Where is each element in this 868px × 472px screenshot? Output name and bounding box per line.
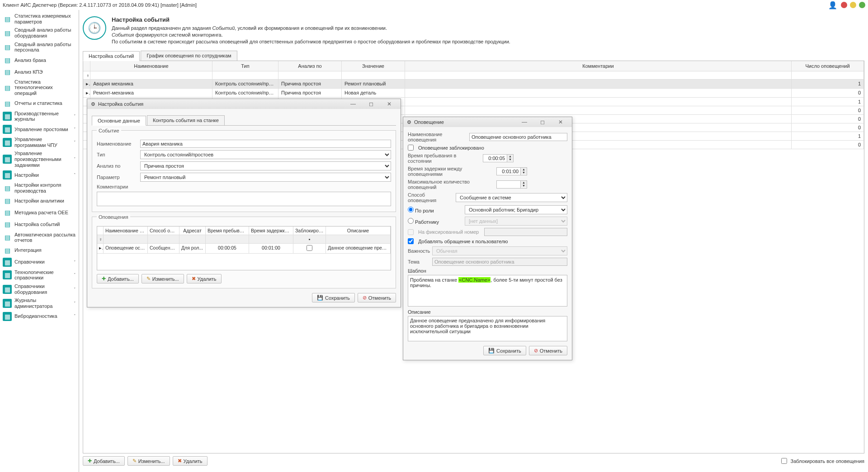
tab-schedule[interactable]: График оповещения по сотрудникам: [141, 51, 237, 61]
sidebar-item-22[interactable]: ▦Вибродиагностика˅: [0, 311, 79, 322]
add-button[interactable]: ✚Добавить...: [83, 456, 125, 466]
chevron-down-icon: ˅: [74, 114, 76, 118]
cancel-button[interactable]: ⊘Отменить: [529, 346, 567, 355]
event-type-select[interactable]: Контроль состояний/простоев: [140, 150, 391, 159]
user-icon[interactable]: 👤: [828, 1, 837, 9]
sidebar-item-4[interactable]: ▤Анализ КПЭ: [0, 66, 79, 78]
dialog-titlebar[interactable]: ⚙ Настройка события — ◻ ✕: [87, 99, 401, 109]
sidebar-item-3[interactable]: ▤Анализ брака: [0, 54, 79, 66]
chevron-down-icon: ˅: [74, 314, 76, 318]
role-select[interactable]: Основной работник; Бригадир: [465, 205, 567, 214]
sidebar-item-2[interactable]: ▤Сводный анализ работы персонала: [0, 40, 79, 54]
sidebar-item-11[interactable]: ▦Настройки˄: [0, 169, 79, 181]
role-radio[interactable]: [408, 207, 414, 212]
titlebar: Клиент АИС Диспетчер (Версия: 2.4.117.10…: [0, 0, 868, 10]
save-button[interactable]: 💾Сохранить: [312, 293, 355, 302]
importance-select: Обычная: [432, 246, 567, 255]
close-icon[interactable]: ✕: [382, 101, 397, 107]
table-row[interactable]: ▸Ремонт-механикаКонтроль состояния/причи…: [83, 89, 864, 98]
sidebar-item-10[interactable]: ▦Управление производственными заданиями˅: [0, 149, 79, 169]
block-all-check[interactable]: Заблокировать все оповещения: [781, 458, 865, 464]
chevron-down-icon: ˅: [74, 260, 76, 264]
grid-filter[interactable]: ♀: [83, 71, 864, 80]
sidebar-item-12[interactable]: ▤Настройки контроля производства: [0, 181, 79, 195]
sidebar-icon: ▤: [3, 184, 12, 193]
dialog2-titlebar[interactable]: ⚙ Оповещение — ◻ ✕: [403, 117, 572, 127]
delay-time-spinner[interactable]: ▲▼: [496, 167, 527, 175]
theme-input: [432, 258, 567, 266]
tab-main-data[interactable]: Основные данные: [92, 116, 146, 126]
sidebar-icon: ▦: [3, 112, 12, 121]
event-analysis-select[interactable]: Причина простоя: [140, 161, 391, 170]
bell-icon: ⚙: [407, 119, 411, 125]
notif-add-button[interactable]: ✚Добавить...: [97, 274, 139, 283]
stay-time-spinner[interactable]: ▲▼: [483, 154, 514, 162]
edit-button[interactable]: ✎Изменить...: [127, 456, 170, 466]
desc-text[interactable]: Данное оповещение предназначено для инфо…: [408, 316, 567, 341]
template-text[interactable]: Проблема на станке <CNC.Name>, более 5-т…: [408, 275, 567, 307]
event-name-input[interactable]: [140, 140, 391, 148]
chevron-down-icon: ˅: [74, 157, 76, 161]
sidebar-item-21[interactable]: ▦Журналы администратора˅: [0, 296, 79, 310]
sidebar-item-9[interactable]: ▦Управление программами ЧПУ˅: [0, 135, 79, 149]
sidebar-item-7[interactable]: ▦Производственные журналы˅: [0, 109, 79, 123]
maximize-icon[interactable]: ◻: [363, 101, 379, 107]
event-comment-text[interactable]: [97, 192, 391, 206]
sidebar-item-19[interactable]: ▦Технологические справочники˅: [0, 268, 79, 282]
bottom-toolbar: ✚Добавить... ✎Изменить... ✖Удалить Забло…: [83, 453, 864, 468]
sidebar-icon: ▦: [3, 258, 12, 267]
sidebar-item-16[interactable]: ▤Автоматическая рассылка отчетов: [0, 231, 79, 245]
add-user-check[interactable]: [408, 238, 414, 244]
sidebar: ▤Статистика измеряемых параметров▤Сводны…: [0, 10, 79, 472]
worker-radio[interactable]: [408, 218, 414, 224]
sidebar-item-13[interactable]: ▤Настройки аналитики: [0, 195, 79, 207]
sidebar-item-14[interactable]: ▤Методика расчета OEE: [0, 207, 79, 219]
sidebar-item-6[interactable]: ▤Отчеты и статистика: [0, 98, 79, 109]
tab-events[interactable]: Настройка событий: [83, 51, 140, 61]
table-row[interactable]: ▸Авария механикаКонтроль состояния/причи…: [83, 80, 864, 89]
sidebar-item-17[interactable]: ▤Интеграция: [0, 245, 79, 256]
settings-icon: 🕒: [83, 16, 106, 40]
sidebar-icon: ▦: [3, 299, 12, 308]
sidebar-item-20[interactable]: ▦Справочники оборудования˅: [0, 282, 79, 296]
event-settings-dialog: ⚙ Настройка события — ◻ ✕ Основные данны…: [87, 99, 401, 307]
delete-button[interactable]: ✖Удалить: [173, 456, 208, 466]
max-count-spinner[interactable]: ▲▼: [496, 180, 527, 189]
notif-name-input[interactable]: [469, 133, 567, 141]
notifications-grid: Наименование оповещения Способ оповещени…: [97, 226, 391, 270]
save-button[interactable]: 💾Сохранить: [483, 346, 526, 355]
sidebar-item-1[interactable]: ▤Сводный анализ работы оборудования: [0, 26, 79, 40]
notif-delete-button[interactable]: ✖Удалить: [187, 274, 222, 283]
sidebar-item-15[interactable]: ▤Настройка событий: [0, 219, 79, 231]
minimize-icon[interactable]: [850, 2, 856, 8]
chevron-down-icon: ˅: [74, 140, 76, 145]
close-icon[interactable]: ✕: [553, 119, 568, 125]
gear-icon: ⚙: [91, 101, 95, 107]
sidebar-icon: ▤: [3, 99, 12, 108]
method-select[interactable]: Сообщение в системе: [456, 193, 567, 202]
notif-edit-button[interactable]: ✎Изменить...: [142, 274, 184, 283]
grid-header: Наименование Тип Анализ по Значение Комм…: [83, 61, 864, 71]
worker-select: [нет данных]: [465, 217, 567, 226]
minimize-icon[interactable]: —: [517, 119, 532, 125]
event-param-select[interactable]: Ремонт плановый: [140, 173, 391, 182]
maximize-icon[interactable]: [859, 2, 865, 8]
sidebar-item-0[interactable]: ▤Статистика измеряемых параметров: [0, 12, 79, 26]
sidebar-icon: ▤: [3, 208, 12, 217]
sidebar-item-18[interactable]: ▦Справочники˅: [0, 256, 79, 268]
fixed-number-check: [408, 229, 414, 235]
sidebar-item-8[interactable]: ▦Управление простоями˅: [0, 123, 79, 135]
tab-machine-control[interactable]: Контроль события на станке: [147, 115, 225, 125]
maximize-icon[interactable]: ◻: [535, 119, 550, 125]
sidebar-icon: ▤: [3, 220, 12, 229]
cancel-button[interactable]: ⊘Отменить: [358, 293, 396, 302]
sidebar-icon: ▦: [3, 155, 12, 164]
close-icon[interactable]: [841, 2, 847, 8]
sidebar-icon: ▦: [3, 170, 12, 179]
sidebar-item-5[interactable]: ▤Статистика технологических операций: [0, 78, 79, 98]
page-desc: Данный раздел предназначен для задания С…: [112, 25, 510, 45]
minimize-icon[interactable]: —: [345, 101, 361, 107]
notif-blocked-check[interactable]: [408, 145, 414, 151]
notification-row[interactable]: ▸ Оповещение основ... Сообщение в ... Дл…: [97, 244, 391, 254]
chevron-down-icon: ˅: [74, 127, 76, 132]
